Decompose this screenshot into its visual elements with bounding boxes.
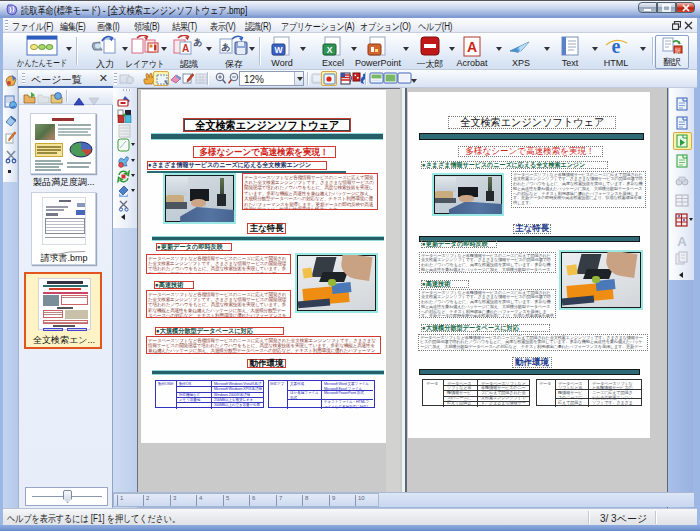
svg-text:あ: あ (193, 37, 202, 47)
svg-text:A: A (467, 39, 477, 55)
svg-text:W: W (274, 45, 283, 55)
svg-text:A: A (182, 43, 189, 54)
svg-text:訳: 訳 (675, 48, 681, 55)
svg-text:e: e (612, 35, 621, 57)
svg-text:A: A (677, 234, 687, 249)
svg-text:あ: あ (221, 42, 230, 52)
svg-text:X: X (327, 45, 333, 55)
